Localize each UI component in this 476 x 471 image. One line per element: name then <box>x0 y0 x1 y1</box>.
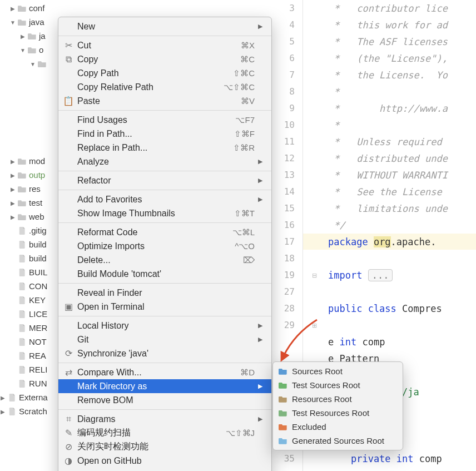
tree-item[interactable]: NOT <box>0 335 61 349</box>
tree-item[interactable]: RUN <box>0 376 61 390</box>
menu-item[interactable]: Find in Path...⇧⌘F <box>58 127 271 141</box>
code-line[interactable]: * Unless required <box>328 133 448 150</box>
expand-arrow-icon[interactable] <box>10 339 16 345</box>
fold-marker[interactable]: ⊟ <box>305 267 324 284</box>
expand-arrow-icon[interactable] <box>10 325 16 331</box>
menu-item[interactable]: Reformat Code⌥⌘L <box>58 225 271 239</box>
menu-item[interactable]: Replace in Path...⇧⌘R <box>58 141 271 155</box>
submenu-item[interactable]: Resources Root <box>273 392 403 406</box>
fold-marker[interactable] <box>305 0 324 17</box>
code-line[interactable]: private int comp <box>328 450 448 467</box>
expand-arrow-icon[interactable] <box>30 75 36 81</box>
menu-item[interactable]: Find Usages⌥F7 <box>58 113 271 127</box>
tree-item[interactable]: ▶test <box>0 196 61 210</box>
tree-item[interactable]: .gitig <box>0 224 61 237</box>
menu-item[interactable]: Remove BOM <box>58 393 271 407</box>
code-line[interactable]: * The ASF licenses <box>328 33 448 50</box>
tree-item[interactable]: ▶mod <box>0 154 61 168</box>
fold-marker[interactable] <box>305 300 324 317</box>
expand-arrow-icon[interactable]: ▶ <box>10 200 16 206</box>
tree-item[interactable] <box>0 71 61 85</box>
menu-item[interactable]: ◑Create Gist... <box>58 468 271 471</box>
fold-marker[interactable] <box>305 133 324 150</box>
code-line[interactable] <box>328 317 448 334</box>
expand-arrow-icon[interactable]: ▶ <box>10 6 16 11</box>
menu-item[interactable]: ✂Cut⌘X <box>58 38 271 52</box>
menu-item[interactable]: Show Image Thumbnails⇧⌘T <box>58 206 271 220</box>
expand-arrow-icon[interactable] <box>10 311 16 317</box>
context-menu[interactable]: New▶✂Cut⌘X⧉Copy⌘CCopy Path⇧⌘CCopy Relati… <box>58 17 272 471</box>
tree-item[interactable]: ▼o <box>0 43 61 57</box>
code-line[interactable]: import ... <box>328 267 448 284</box>
menu-item[interactable]: Reveal in Finder <box>58 286 271 300</box>
menu-item[interactable]: ⊘关闭实时检测功能 <box>58 440 271 454</box>
tree-item[interactable]: ▶Scratch <box>0 404 61 418</box>
tree-item[interactable]: ▶outp <box>0 168 61 182</box>
expand-arrow-icon[interactable] <box>10 298 16 303</box>
fold-marker[interactable] <box>305 450 324 467</box>
expand-arrow-icon[interactable] <box>10 381 16 386</box>
fold-marker[interactable] <box>305 284 324 300</box>
code-line[interactable]: * this work for ad <box>328 17 448 33</box>
expand-arrow-icon[interactable] <box>10 228 16 234</box>
submenu-item[interactable]: Excluded <box>273 420 403 434</box>
tree-item[interactable]: ▶conf <box>0 1 61 15</box>
menu-item[interactable]: Optimize Imports^⌥O <box>58 239 271 253</box>
submenu-item[interactable]: Test Resources Root <box>273 406 403 420</box>
fold-marker[interactable] <box>305 167 324 184</box>
expand-arrow-icon[interactable] <box>10 256 16 261</box>
fold-marker[interactable] <box>305 83 324 100</box>
code-line[interactable]: * limitations unde <box>328 200 448 217</box>
code-line[interactable]: * WITHOUT WARRANTI <box>328 167 448 184</box>
expand-arrow-icon[interactable] <box>30 103 36 108</box>
menu-item[interactable]: Refactor▶ <box>58 173 271 187</box>
project-tree[interactable]: ▶conf▼java▶ja▼o▼▶mod▶outp▶res▶test▶web.g… <box>0 0 61 418</box>
expand-arrow-icon[interactable] <box>10 367 16 373</box>
tree-item[interactable]: REA <box>0 349 61 363</box>
fold-marker[interactable] <box>305 200 324 217</box>
expand-arrow-icon[interactable]: ▶ <box>10 186 16 192</box>
tree-item[interactable]: build <box>0 251 61 265</box>
code-line[interactable]: * the License. Yo <box>328 67 448 83</box>
tree-item[interactable]: KEY <box>0 293 61 307</box>
menu-item[interactable]: ⟳Synchronize 'java' <box>58 346 271 360</box>
menu-item[interactable]: Add to Favorites▶ <box>58 192 271 206</box>
tree-item[interactable] <box>0 112 61 126</box>
code-line[interactable]: * See the License <box>328 184 448 200</box>
expand-arrow-icon[interactable] <box>10 284 16 289</box>
fold-marker[interactable] <box>305 100 324 117</box>
menu-item[interactable]: ⌗Diagrams▶ <box>58 412 271 426</box>
expand-arrow-icon[interactable]: ▶ <box>20 33 26 39</box>
expand-arrow-icon[interactable] <box>30 131 36 136</box>
expand-arrow-icon[interactable]: ▶ <box>10 214 16 220</box>
fold-marker[interactable] <box>305 217 324 234</box>
mark-directory-submenu[interactable]: Sources RootTest Sources RootResources R… <box>272 361 403 450</box>
expand-arrow-icon[interactable]: ▶ <box>0 395 6 400</box>
expand-arrow-icon[interactable] <box>10 270 16 275</box>
fold-marker[interactable] <box>305 334 324 350</box>
fold-marker[interactable] <box>305 67 324 83</box>
fold-marker[interactable] <box>305 117 324 133</box>
code-line[interactable]: * <box>328 83 448 100</box>
tree-item[interactable] <box>0 85 61 98</box>
submenu-item[interactable]: Test Sources Root <box>273 378 403 392</box>
tree-item[interactable]: BUIL <box>0 265 61 279</box>
submenu-item[interactable]: Sources Root <box>273 364 403 378</box>
tree-item[interactable] <box>0 140 61 154</box>
menu-item[interactable]: ▣Open in Terminal <box>58 300 271 314</box>
tree-item[interactable]: RELI <box>0 363 61 376</box>
menu-item[interactable]: ⧉Copy⌘C <box>58 52 271 66</box>
tree-item[interactable] <box>0 98 61 112</box>
expand-arrow-icon[interactable] <box>30 117 36 122</box>
menu-item[interactable]: Git▶ <box>58 333 271 346</box>
menu-item[interactable]: Copy Path⇧⌘C <box>58 66 271 80</box>
code-line[interactable]: */ <box>328 217 448 234</box>
menu-item[interactable]: ⇄Compare With...⌘D <box>58 365 271 379</box>
tree-item[interactable] <box>0 126 61 140</box>
expand-arrow-icon[interactable]: ▼ <box>30 61 36 67</box>
expand-arrow-icon[interactable]: ▼ <box>20 47 26 53</box>
tree-item[interactable]: ▼ <box>0 57 61 71</box>
menu-item[interactable]: New▶ <box>58 19 271 33</box>
fold-marker[interactable] <box>305 17 324 33</box>
menu-item[interactable]: ✎编码规约扫描⌥⇧⌘J <box>58 426 271 440</box>
